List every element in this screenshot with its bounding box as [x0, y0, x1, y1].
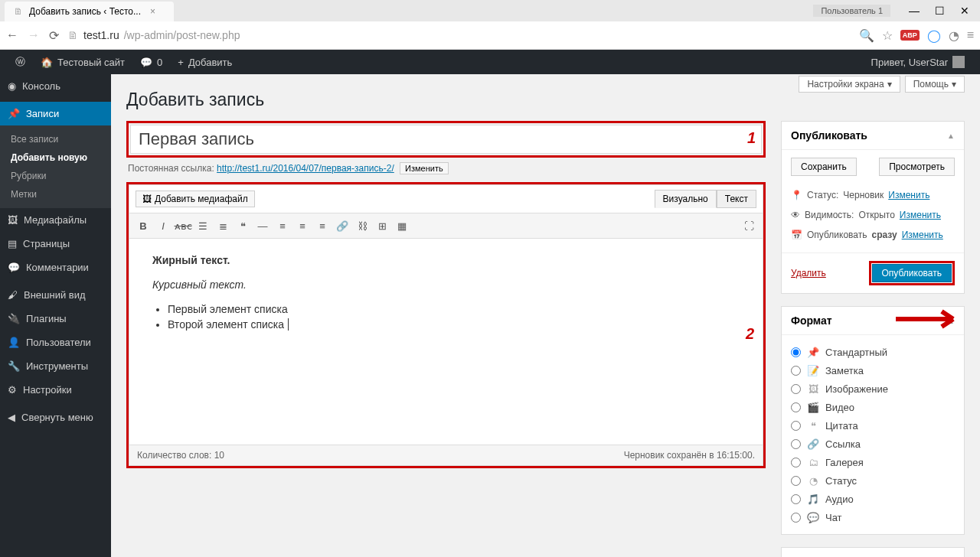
screen-options-tab[interactable]: Настройки экрана ▾ — [799, 76, 900, 93]
publish-highlight: Опубликовать — [869, 261, 955, 285]
draft-saved: Черновик сохранён в 16:15:00. — [624, 450, 755, 461]
menu-console[interactable]: ◉Консоль — [0, 74, 111, 98]
format-radio[interactable] — [791, 384, 801, 394]
strike-icon[interactable]: ᴀʙᴄ — [174, 217, 192, 235]
maximize-icon[interactable]: ☐ — [935, 5, 945, 17]
abp-icon[interactable]: ABP — [900, 30, 920, 41]
close-icon[interactable]: × — [150, 6, 155, 17]
sub-categories[interactable]: Рубрики — [0, 167, 111, 185]
add-media-button[interactable]: 🖼Добавить медиафайл — [136, 191, 255, 207]
toggle-icon[interactable]: ▲ — [947, 132, 955, 140]
format-icon: ◔ — [807, 474, 819, 487]
format-option[interactable]: ◔ Статус — [791, 471, 955, 490]
format-radio[interactable] — [791, 421, 801, 431]
toolbar-toggle-icon[interactable]: ▦ — [393, 217, 411, 235]
more-icon[interactable]: ⊞ — [373, 217, 391, 235]
url-domain: test1.ru — [83, 29, 119, 41]
user-greeting[interactable]: Привет, UserStar — [864, 50, 972, 74]
format-option[interactable]: 🗂 Галерея — [791, 453, 955, 471]
media-icon: 🖼 — [142, 194, 152, 204]
comments-count[interactable]: 💬0 — [132, 50, 170, 74]
menu-tools[interactable]: 🔧Инструменты — [0, 354, 111, 378]
align-right-icon[interactable]: ≡ — [313, 217, 332, 235]
browser-tab[interactable]: 🗎 Добавить запись ‹ Тесто... × — [5, 2, 174, 21]
format-option[interactable]: 🖼 Изображение — [791, 379, 955, 398]
align-center-icon[interactable]: ≡ — [293, 217, 312, 235]
menu-pages[interactable]: ▤Страницы — [0, 232, 111, 256]
star-icon[interactable]: ☆ — [882, 28, 893, 43]
reload-icon[interactable]: ⟳ — [49, 28, 59, 43]
back-icon[interactable]: ← — [6, 28, 18, 43]
help-tab[interactable]: Помощь ▾ — [905, 76, 965, 93]
publish-button[interactable]: Опубликовать — [872, 264, 952, 282]
format-option[interactable]: 📝 Заметка — [791, 361, 955, 379]
format-radio[interactable] — [791, 439, 801, 449]
list-item: Первый элемент списка — [168, 303, 740, 315]
menu-settings[interactable]: ⚙Настройки — [0, 378, 111, 402]
account-icon[interactable]: ◔ — [949, 28, 959, 43]
close-window-icon[interactable]: ✕ — [960, 5, 969, 17]
edit-status-link[interactable]: Изменить — [888, 190, 929, 200]
bold-icon[interactable]: B — [134, 217, 152, 235]
visual-tab[interactable]: Визуально — [655, 190, 717, 208]
minimize-icon[interactable]: — — [909, 5, 920, 17]
format-radio[interactable] — [791, 366, 801, 376]
menu-comments[interactable]: 💬Комментарии — [0, 256, 111, 279]
user-chip[interactable]: Пользователь 1 — [813, 5, 890, 17]
save-draft-button[interactable]: Сохранить — [791, 158, 857, 176]
add-new[interactable]: +Добавить — [170, 50, 240, 74]
sub-all-posts[interactable]: Все записи — [0, 130, 111, 148]
permalink-row: Постоянная ссылка: http://test1.ru/2016/… — [128, 162, 764, 174]
format-radio[interactable] — [791, 476, 801, 486]
hr-icon[interactable]: — — [253, 217, 272, 235]
menu-appearance[interactable]: 🖌Внешний вид — [0, 283, 111, 307]
avatar — [952, 56, 965, 68]
format-option[interactable]: 📌 Стандартный — [791, 343, 955, 361]
format-option[interactable]: 💬 Чат — [791, 508, 955, 526]
menu-media[interactable]: 🖼Медиафайлы — [0, 208, 111, 232]
menu-plugins[interactable]: 🔌Плагины — [0, 307, 111, 331]
menu-icon[interactable]: ≡ — [967, 28, 974, 42]
menu-collapse[interactable]: ◀Свернуть меню — [0, 406, 111, 429]
zoom-icon[interactable]: 🔍 — [859, 28, 874, 43]
quote-icon[interactable]: ❝ — [234, 217, 252, 235]
edit-schedule-link[interactable]: Изменить — [902, 230, 943, 240]
site-icon: 🗎 — [67, 29, 79, 41]
delete-link[interactable]: Удалить — [791, 268, 826, 278]
format-radio[interactable] — [791, 494, 801, 504]
sub-tags[interactable]: Метки — [0, 185, 111, 204]
link-icon[interactable]: 🔗 — [333, 217, 351, 235]
submenu-posts: Все записи Добавить новую Рубрики Метки — [0, 125, 111, 208]
unlink-icon[interactable]: ⛓ — [353, 217, 371, 235]
sub-add-new[interactable]: Добавить новую — [0, 148, 111, 167]
post-title-input[interactable] — [130, 125, 762, 154]
site-name[interactable]: 🏠Тестовый сайт — [33, 50, 132, 74]
format-option[interactable]: 🎵 Аудио — [791, 490, 955, 508]
text-tab[interactable]: Текст — [717, 190, 756, 208]
format-option[interactable]: 🎬 Видео — [791, 398, 955, 416]
pin-icon: 📍 — [791, 190, 802, 200]
extension-icon[interactable]: ◯ — [927, 28, 941, 43]
permalink-url[interactable]: http://test1.ru/2016/04/07/первая-запись… — [217, 163, 394, 174]
bullet-list-icon[interactable]: ☰ — [194, 217, 212, 235]
format-radio[interactable] — [791, 347, 801, 357]
format-radio[interactable] — [791, 402, 801, 412]
italic-icon[interactable]: I — [154, 217, 172, 235]
format-radio[interactable] — [791, 513, 801, 523]
menu-users[interactable]: 👤Пользователи — [0, 331, 111, 354]
editor-content[interactable]: Жирный текст. Курсивный текст. Первый эл… — [129, 239, 763, 445]
permalink-edit-button[interactable]: Изменить — [400, 162, 449, 174]
wp-logo[interactable]: ⓦ — [8, 50, 33, 74]
align-left-icon[interactable]: ≡ — [273, 217, 292, 235]
annotation-1: 1 — [747, 129, 756, 147]
url-bar[interactable]: 🗎 test1.ru/wp-admin/post-new.php — [67, 29, 851, 41]
number-list-icon[interactable]: ≣ — [214, 217, 232, 235]
menu-posts[interactable]: 📌Записи — [0, 102, 111, 125]
format-radio[interactable] — [791, 458, 801, 467]
format-option[interactable]: ❝ Цитата — [791, 416, 955, 435]
preview-button[interactable]: Просмотреть — [879, 158, 955, 176]
edit-visibility-link[interactable]: Изменить — [900, 210, 941, 220]
format-option[interactable]: 🔗 Ссылка — [791, 435, 955, 453]
fullscreen-icon[interactable]: ⛶ — [740, 217, 758, 235]
forward-icon[interactable]: → — [28, 28, 40, 43]
